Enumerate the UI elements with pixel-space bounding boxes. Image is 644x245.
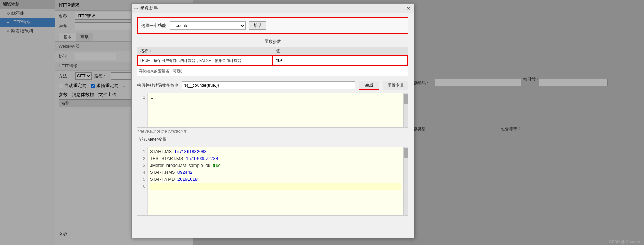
param-name-cell: TRUE，每个用户有自己的计数器；FALSE，使用全局计数器	[137, 55, 273, 66]
var-key-1: START.MS	[150, 148, 172, 155]
var-val-2: 1571403572734	[186, 155, 218, 162]
var-line-5: START.YMD = 20191018	[150, 176, 401, 183]
var-line-3: JMeterThread.last_sample_ok = true	[150, 162, 401, 169]
dialog-title-text: 函数助手	[140, 5, 158, 11]
function-helper-dialog: ✏ 函数助手 ✕ 选择一个功能 __counter 帮助 函数参数 名称： 值 …	[131, 3, 414, 238]
var-key-3: JMeterThread.last_sample_ok	[150, 162, 210, 169]
var-line-num-1: 1	[140, 148, 145, 155]
vars-content: START.MS = 1571361882083 TESTSTART.MS = …	[148, 147, 403, 215]
params-col-name: 名称：	[137, 47, 273, 55]
result-scrollbar[interactable]	[403, 93, 408, 127]
param-row-2: 存储结果的变量名（可选）	[137, 66, 408, 76]
func-selector-label: 选择一个功能	[141, 23, 166, 29]
watermark: CSDN @:Concerto	[609, 239, 641, 244]
var-line-num-2: 2	[140, 155, 145, 162]
var-line-num-4: 4	[140, 169, 145, 176]
param-value-cell	[273, 55, 408, 66]
var-key-5: START.YMD	[150, 176, 175, 183]
dialog-title: ✏ 函数助手	[134, 5, 158, 11]
func-selector-row: 选择一个功能 __counter 帮助	[141, 21, 404, 30]
func-params-label: 函数参数	[132, 37, 414, 47]
generate-label: 拷贝并粘贴函数字符串	[137, 83, 179, 88]
var-key-2: TESTSTART.MS	[150, 155, 183, 162]
store-value-input[interactable]	[273, 68, 408, 74]
params-col-value: 值	[273, 47, 408, 55]
pencil-icon: ✏	[134, 6, 138, 11]
result-area: 1 1	[137, 93, 408, 128]
reset-button[interactable]: 重置变量	[383, 81, 408, 90]
func-selector-area: 选择一个功能 __counter 帮助	[137, 17, 408, 34]
var-val-5: 20191018	[177, 176, 198, 183]
dialog-titlebar: ✏ 函数助手 ✕	[132, 4, 414, 13]
result-content: 1	[148, 93, 403, 127]
store-label: 存储结果的变量名（可选）	[137, 68, 273, 74]
help-button[interactable]: 帮助	[249, 21, 266, 30]
params-area: 名称： 值 TRUE，每个用户有自己的计数器；FALSE，使用全局计数器 存储结…	[137, 47, 408, 76]
result-value: 1	[151, 95, 153, 100]
var-val-3: true	[213, 162, 220, 169]
func-result-text: The result of the function is	[137, 129, 408, 134]
vars-label: 当前JMeter变量	[132, 135, 414, 144]
var-line-4: START.HMS = 092442	[150, 169, 401, 176]
var-line-num-6: 6	[140, 183, 145, 190]
func-select[interactable]: __counter	[170, 21, 246, 30]
close-button[interactable]: ✕	[406, 6, 411, 11]
var-line-1: START.MS = 1571361882083	[150, 148, 401, 155]
var-line-num-5: 5	[140, 176, 145, 183]
var-val-1: 1571361882083	[174, 148, 207, 155]
param-name-text: TRUE，每个用户有自己的计数器；FALSE，使用全局计数器	[138, 57, 272, 64]
generate-button[interactable]: 生成	[359, 81, 379, 90]
param-value-input[interactable]	[273, 57, 407, 64]
vars-line-numbers: 1 2 3 4 5 6	[137, 147, 148, 215]
generate-input[interactable]	[182, 81, 355, 89]
result-line-numbers: 1	[137, 93, 148, 127]
generate-area: 拷贝并粘贴函数字符串 生成 重置变量	[137, 81, 408, 90]
store-name-cell: 存储结果的变量名（可选）	[137, 66, 273, 76]
store-value-cell	[273, 66, 408, 76]
result-line-num: 1	[140, 95, 145, 100]
params-header: 名称： 值	[137, 47, 408, 55]
var-line-2: TESTSTART.MS = 1571403572734	[150, 155, 401, 162]
vars-area: 1 2 3 4 5 6 START.MS = 1571361882083 TES…	[137, 147, 408, 216]
var-key-4: START.HMS	[150, 169, 175, 176]
vars-scrollbar[interactable]	[403, 147, 408, 215]
param-row-1: TRUE，每个用户有自己的计数器；FALSE，使用全局计数器	[137, 55, 408, 66]
var-val-4: 092442	[177, 169, 192, 176]
var-line-6	[150, 183, 401, 190]
var-line-num-3: 3	[140, 162, 145, 169]
